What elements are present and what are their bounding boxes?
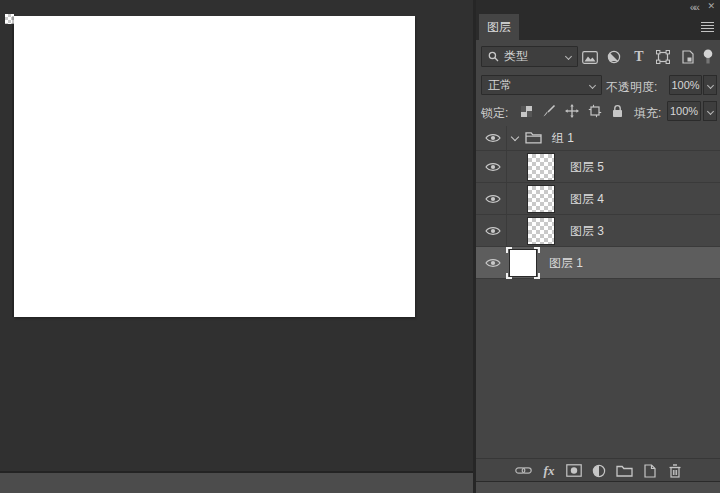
lock-image-pixels-icon[interactable] bbox=[540, 102, 558, 120]
layer-thumbnail[interactable] bbox=[527, 153, 555, 181]
layer-name[interactable]: 组 1 bbox=[552, 130, 574, 147]
layer-thumbnail[interactable] bbox=[527, 185, 555, 213]
tab-layers[interactable]: 图层 bbox=[479, 14, 519, 40]
active-thumb-bracket bbox=[506, 247, 512, 253]
layer-row-layer-1-selected[interactable]: 图层 1 bbox=[476, 247, 720, 279]
filter-toggle-icon[interactable] bbox=[702, 47, 714, 67]
chevron-down-icon bbox=[706, 107, 713, 114]
transparent-canvas-corner bbox=[5, 14, 14, 24]
opacity-input[interactable]: 100% bbox=[669, 75, 702, 95]
delete-layer-icon[interactable] bbox=[666, 462, 684, 479]
add-layer-mask-icon[interactable] bbox=[565, 462, 583, 479]
divider bbox=[506, 215, 507, 246]
chevron-down-icon bbox=[565, 53, 572, 60]
divider bbox=[506, 126, 507, 150]
document-status-bar bbox=[0, 471, 473, 493]
layer-row-layer-5[interactable]: 图层 5 bbox=[476, 151, 720, 183]
group-folder-icon bbox=[525, 131, 542, 144]
layers-panel: «« ✕ 图层 类型 T 正常 不透明度: 100% 锁定: bbox=[476, 0, 720, 493]
new-group-icon[interactable] bbox=[615, 462, 633, 479]
fill-input[interactable]: 100% bbox=[667, 101, 701, 121]
shape-layers-filter-icon[interactable] bbox=[653, 47, 673, 67]
layer-row-group-1[interactable]: 组 1 bbox=[476, 126, 720, 151]
collapse-panel-icon[interactable]: «« bbox=[690, 1, 698, 13]
layer-thumbnail[interactable] bbox=[527, 217, 555, 245]
type-layers-filter-icon[interactable]: T bbox=[629, 47, 649, 67]
visibility-eye-icon[interactable] bbox=[485, 132, 501, 144]
adjustment-layers-filter-icon[interactable] bbox=[604, 47, 624, 67]
group-expand-chevron-icon[interactable] bbox=[511, 133, 519, 141]
visibility-eye-icon[interactable] bbox=[485, 193, 501, 205]
opacity-dropdown-button[interactable] bbox=[703, 75, 717, 95]
divider bbox=[506, 183, 507, 214]
lock-all-icon[interactable] bbox=[608, 102, 626, 120]
link-layers-icon[interactable] bbox=[514, 462, 532, 479]
layer-thumbnail-active[interactable] bbox=[509, 249, 537, 277]
filter-type-label: 类型 bbox=[504, 48, 561, 65]
panel-bottom-bar: fx bbox=[476, 458, 720, 481]
divider bbox=[506, 151, 507, 182]
panel-tab-bar: 图层 bbox=[476, 14, 720, 40]
blend-mode-dropdown[interactable]: 正常 bbox=[481, 75, 602, 95]
panel-footer-strip bbox=[476, 481, 720, 493]
smart-object-filter-icon[interactable] bbox=[678, 47, 698, 67]
new-layer-icon[interactable] bbox=[641, 462, 659, 479]
document-canvas[interactable] bbox=[14, 16, 415, 317]
lock-label: 锁定: bbox=[481, 105, 508, 122]
pixel-layers-filter-icon[interactable] bbox=[580, 47, 600, 67]
visibility-eye-icon[interactable] bbox=[485, 257, 501, 269]
fill-dropdown-button[interactable] bbox=[703, 101, 717, 121]
layer-filter-type-dropdown[interactable]: 类型 bbox=[481, 46, 578, 67]
layer-name[interactable]: 图层 3 bbox=[570, 222, 604, 239]
layer-row-layer-4[interactable]: 图层 4 bbox=[476, 183, 720, 215]
lock-artboard-icon[interactable] bbox=[586, 102, 604, 120]
opacity-label: 不透明度: bbox=[606, 79, 657, 96]
layer-name[interactable]: 图层 1 bbox=[549, 254, 583, 271]
chevron-down-icon bbox=[589, 81, 596, 88]
layer-name[interactable]: 图层 5 bbox=[570, 158, 604, 175]
layer-name[interactable]: 图层 4 bbox=[570, 190, 604, 207]
new-adjustment-layer-icon[interactable] bbox=[590, 462, 608, 479]
close-panel-icon[interactable]: ✕ bbox=[707, 1, 715, 11]
fill-label: 填充: bbox=[634, 105, 661, 122]
lock-position-icon[interactable] bbox=[563, 102, 581, 120]
active-thumb-bracket bbox=[534, 247, 540, 253]
layer-list: 组 1 图层 5 图层 4 图层 3 bbox=[476, 126, 720, 458]
blend-mode-value: 正常 bbox=[488, 77, 512, 94]
visibility-eye-icon[interactable] bbox=[485, 161, 501, 173]
chevron-down-icon bbox=[706, 81, 713, 88]
layer-row-layer-3[interactable]: 图层 3 bbox=[476, 215, 720, 247]
search-icon bbox=[488, 51, 499, 62]
visibility-eye-icon[interactable] bbox=[485, 225, 501, 237]
active-thumb-bracket bbox=[506, 273, 512, 279]
active-thumb-bracket bbox=[534, 273, 540, 279]
lock-transparent-pixels-icon[interactable] bbox=[517, 102, 535, 120]
panel-menu-icon[interactable] bbox=[701, 22, 714, 32]
layer-style-fx-icon[interactable]: fx bbox=[540, 462, 558, 479]
canvas-workspace[interactable] bbox=[0, 0, 473, 471]
panel-group-header: «« ✕ bbox=[476, 0, 720, 14]
